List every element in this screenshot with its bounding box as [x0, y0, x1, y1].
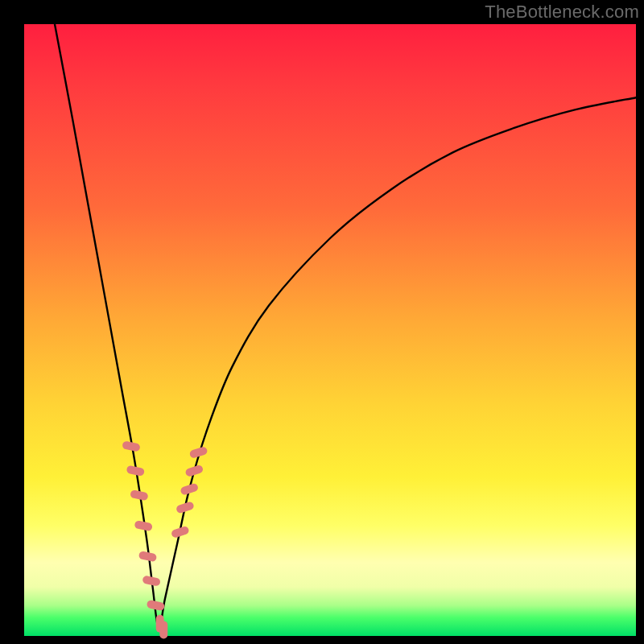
highlight-marker [159, 621, 167, 638]
highlight-marker [147, 600, 166, 611]
highlight-marker [130, 489, 149, 501]
highlight-marker [122, 440, 141, 452]
highlight-marker [142, 575, 161, 586]
highlight-marker [180, 482, 199, 495]
chart-frame: TheBottleneck.com [0, 0, 644, 644]
bottleneck-curve-svg [24, 24, 636, 636]
plot-area [24, 24, 636, 636]
bottleneck-curve-path [55, 24, 636, 630]
highlight-marker [134, 520, 153, 531]
highlight-marker [126, 465, 146, 477]
watermark-text: TheBottleneck.com [485, 2, 639, 23]
highlight-marker [138, 551, 158, 562]
highlight-markers [122, 440, 208, 638]
highlight-marker [184, 464, 204, 477]
